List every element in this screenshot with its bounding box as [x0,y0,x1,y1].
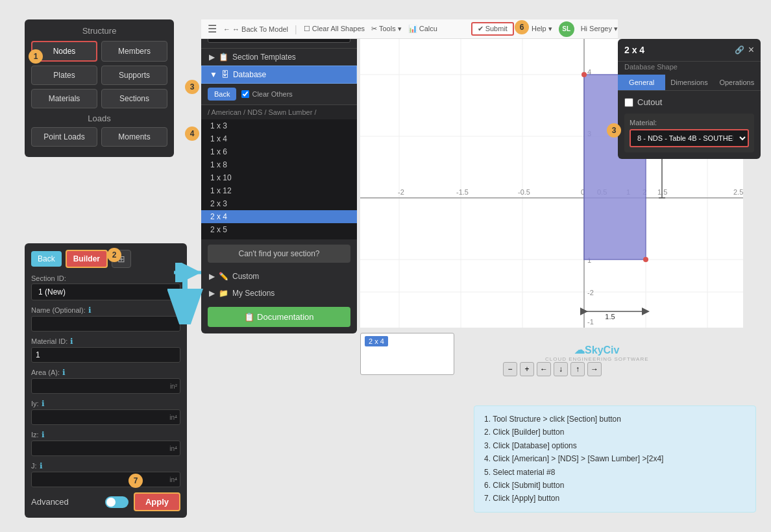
section-templates-item[interactable]: ▶ 📋 Section Templates [201,49,357,66]
database-label: Database [233,70,266,79]
iy-input[interactable] [31,409,180,425]
badge-1: 1 [29,49,43,64]
my-sections-item[interactable]: ▶ 📁 My Sections [201,285,357,302]
right-panel-body: Cutout Material: 8 - NDS - Table 4B - SO… [618,91,761,159]
badge-4: 4 [185,127,199,141]
lumber-list[interactable]: 1 x 31 x 41 x 61 x 81 x 101 x 122 x 32 x… [201,119,357,239]
badge-3a: 3 [185,80,199,94]
builder-header: Back Builder ⊞ [31,250,180,268]
lumber-item[interactable]: 2 x 4 [201,210,357,223]
lumber-item[interactable]: 1 x 3 [201,119,357,132]
tab-operations[interactable]: Operations [713,75,761,90]
iz-unit: in⁴ [169,445,177,452]
zoom-minus-btn[interactable]: − [503,362,517,376]
name-input[interactable] [31,316,180,332]
plates-button[interactable]: Plates [31,66,97,85]
tab-dimensions[interactable]: Dimensions [665,75,713,90]
builder-button[interactable]: Builder [66,250,108,268]
submit-button[interactable]: ✔ Submit [471,22,514,36]
documentation-button[interactable]: 📋 Documentation [208,307,350,327]
instruction-step: 7. Click [Apply] button [484,492,746,505]
hamburger-icon[interactable]: ☰ [208,23,217,35]
zoom-up-btn[interactable]: ↑ [570,362,585,376]
area-input-wrapper: in² [31,378,180,394]
preview-box: 2 x 4 [360,333,454,375]
svg-text:1.5: 1.5 [605,313,615,320]
tab-general[interactable]: General [618,75,665,90]
lumber-item[interactable]: 2 x 6 [201,236,357,239]
name-label: Name (Optional): ℹ [31,306,180,315]
clear-all-shapes-btn[interactable]: ☐ Clear All Shapes [304,25,365,33]
badge-6: 6 [515,20,529,34]
iz-input[interactable] [31,441,180,456]
materials-button[interactable]: Materials [31,89,97,108]
material-id-input[interactable] [31,347,180,363]
lumber-item[interactable]: 2 x 3 [201,197,357,210]
tools-btn[interactable]: ✂ Tools ▾ [371,25,402,33]
structure-panel: Structure Nodes Members Plates Supports … [25,19,174,157]
instruction-step: 1. Tool Structure > click [Section] butt… [484,413,746,426]
database-item[interactable]: ▼ 🗄 Database [201,66,357,84]
area-input[interactable] [31,378,180,394]
moments-button[interactable]: Moments [101,127,167,147]
cant-find-button[interactable]: Can't find your section? [208,245,350,263]
instructions-box: 1. Tool Structure > click [Section] butt… [474,405,756,513]
cutout-checkbox[interactable] [624,98,633,107]
zoom-right-btn[interactable]: → [587,362,602,376]
calcu-btn[interactable]: 📊 Calcu [408,25,437,33]
clear-others-checkbox[interactable] [241,90,249,98]
apply-button[interactable]: Apply [134,492,180,511]
nav-separator: | [295,24,297,34]
section-selector-panel: Section 1 (New) ▶ 📋 Section Templates ▼ … [201,19,357,333]
zoom-controls: − + ← ↓ ↑ → [503,362,602,376]
svg-point-32 [643,257,648,262]
instruction-step: 4. Click [American] > [NDS] > [Sawn Lumb… [484,452,746,465]
builder-panel: Back Builder ⊞ Section ID: 1 (New) Name … [25,243,187,518]
iy-label: Iy: ℹ [31,399,180,408]
lumber-item[interactable]: 1 x 6 [201,145,357,158]
loads-title: Loads [31,114,167,123]
iz-label: Iz: ℹ [31,430,180,439]
cutout-label: Cutout [637,97,662,107]
chevron-right-icon2: ▶ [209,272,215,281]
j-unit: in⁴ [169,476,177,483]
lumber-item[interactable]: 2 x 5 [201,223,357,236]
right-panel-header: 2 x 4 🔗 × [618,39,761,62]
lumber-item[interactable]: 1 x 12 [201,184,357,197]
custom-label: Custom [232,272,259,281]
point-loads-button[interactable]: Point Loads [31,127,97,147]
advanced-toggle[interactable] [105,496,128,508]
link-icon[interactable]: 🔗 [735,45,744,54]
lumber-item[interactable]: 1 x 4 [201,132,357,145]
badge-7: 7 [128,474,143,488]
members-button[interactable]: Members [101,41,167,62]
lumber-item[interactable]: 1 x 8 [201,158,357,171]
close-button[interactable]: × [748,44,754,56]
user-name[interactable]: Hi Sergey ▾ [581,25,618,33]
loads-btn-grid: Point Loads Moments [31,127,167,147]
lumber-item[interactable]: 1 x 10 [201,171,357,184]
user-avatar[interactable]: SL [559,21,574,37]
zoom-plus-btn[interactable]: + [520,362,534,376]
iz-input-wrapper: in⁴ [31,441,180,456]
material-select[interactable]: 8 - NDS - Table 4B - SOUTHERN P... [630,129,749,147]
sections-button[interactable]: Sections [101,89,167,108]
instruction-step: 5. Select material #8 [484,466,746,479]
section-id-select[interactable]: 1 (New) [31,284,180,300]
zoom-down-btn[interactable]: ↓ [554,362,568,376]
advanced-row: Advanced Apply [31,492,180,511]
right-panel: 2 x 4 🔗 × Database Shape General Dimensi… [618,39,761,159]
back-to-model-btn[interactable]: ← ↔ Back To Model [223,25,288,33]
j-input[interactable] [31,472,180,487]
back-small-button[interactable]: Back [208,88,236,101]
structure-btn-grid: Nodes Members Plates Supports Materials … [31,41,167,108]
structure-title: Structure [31,26,167,36]
custom-section-item[interactable]: ▶ ✏️ Custom [201,268,357,285]
supports-button[interactable]: Supports [101,66,167,85]
zoom-left-btn[interactable]: ← [537,362,551,376]
back-button[interactable]: Back [31,251,62,267]
badge-3b: 3 [607,123,621,138]
my-sections-label: My Sections [232,289,275,298]
material-id-group: Material ID: ℹ [31,337,180,363]
iy-input-wrapper: in⁴ [31,409,180,425]
